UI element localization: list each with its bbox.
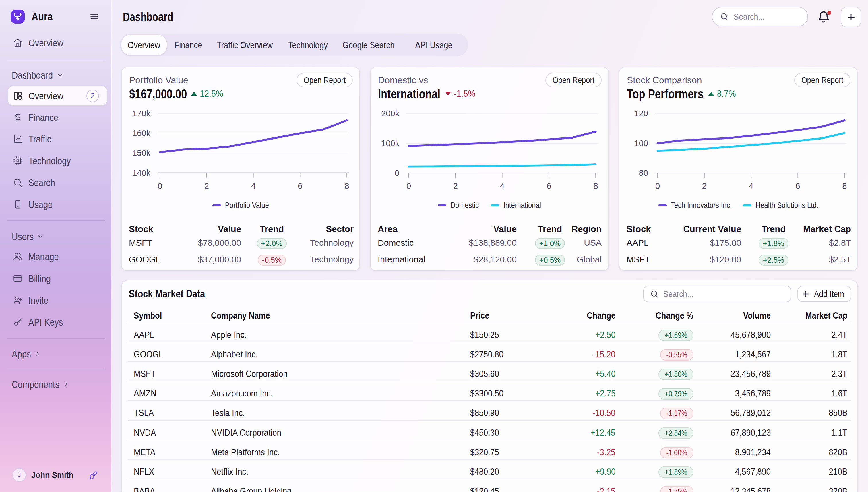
svg-text:0: 0 <box>395 168 399 177</box>
svg-text:100k: 100k <box>381 139 399 148</box>
svg-text:6: 6 <box>547 181 551 191</box>
svg-text:160k: 160k <box>132 129 150 138</box>
svg-text:100: 100 <box>634 139 648 148</box>
svg-text:0: 0 <box>157 181 162 191</box>
svg-text:2: 2 <box>453 181 458 191</box>
svg-text:6: 6 <box>298 181 302 191</box>
svg-text:170k: 170k <box>132 109 150 118</box>
svg-text:2: 2 <box>702 181 707 191</box>
svg-text:150k: 150k <box>132 148 150 157</box>
svg-text:2: 2 <box>204 181 209 191</box>
svg-text:8: 8 <box>842 181 847 191</box>
svg-text:140k: 140k <box>132 168 150 177</box>
svg-text:120: 120 <box>634 109 648 118</box>
svg-text:0: 0 <box>655 181 660 191</box>
svg-text:4: 4 <box>251 181 256 191</box>
svg-text:4: 4 <box>749 181 753 191</box>
svg-text:0: 0 <box>406 181 411 191</box>
svg-text:4: 4 <box>500 181 504 191</box>
svg-text:8: 8 <box>344 181 349 191</box>
svg-text:200k: 200k <box>381 109 399 118</box>
svg-text:8: 8 <box>593 181 598 191</box>
svg-text:80: 80 <box>639 168 648 177</box>
svg-text:6: 6 <box>795 181 800 191</box>
